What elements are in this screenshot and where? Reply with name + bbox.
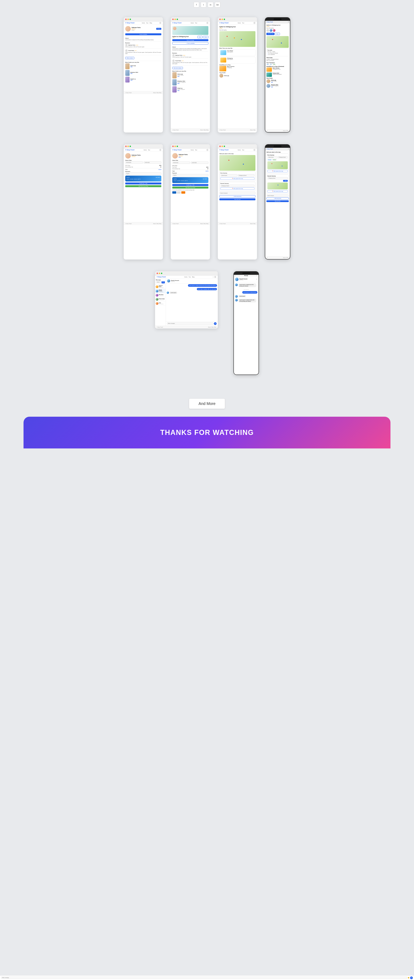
profile-name: Sabnam Faria: [132, 27, 140, 28]
card-brand-row: PayPal $3,748.57: [126, 177, 160, 178]
user-avatar-sm-7[interactable]: [214, 276, 216, 278]
date-from-2[interactable]: 09-09-2021: [172, 162, 190, 164]
nav-bar-2: ✈ Easy-Travel Home Tour: [171, 22, 210, 24]
mobile-add-place-1[interactable]: 📍 Add a place from map: [268, 170, 288, 172]
nav-home-2[interactable]: Home: [191, 22, 194, 24]
check-availability-btn[interactable]: Check Availability: [125, 33, 161, 35]
mobile-from-2[interactable]: Chittagong Airport: [268, 177, 288, 179]
add-plan-btn[interactable]: Add This for your Plan: [125, 185, 161, 187]
instagram-icon[interactable]: in: [208, 2, 213, 8]
search-transport-field[interactable]: Search transport: [219, 192, 255, 194]
mobile-join-btn[interactable]: Join this Tour: [266, 33, 274, 35]
nav-home-6[interactable]: Home: [238, 150, 241, 151]
nav-tours[interactable]: Tour: [146, 22, 148, 24]
message-desktop-screen: ✈ Easy-Travel Home Tour Blog ▾ Message: [155, 271, 218, 328]
user-avatar-sm-5[interactable]: [206, 149, 209, 151]
send-message-btn[interactable]: Send a message: [172, 39, 209, 41]
nav-home[interactable]: Home: [142, 22, 145, 24]
and-more-button[interactable]: And More: [189, 398, 225, 409]
nav-tours-3[interactable]: Tour: [242, 22, 244, 24]
mobile-to-1[interactable]: Chittagong Airport: [278, 156, 288, 158]
add-place-btn-2[interactable]: 📍 Add a place from map: [220, 188, 255, 190]
add-journey-btn[interactable]: + Add new journey: [219, 195, 255, 197]
user-avatar-sm-6[interactable]: [253, 149, 255, 151]
write-review-btn[interactable]: Write a review: [125, 57, 134, 59]
contact-avatar-2: [156, 290, 158, 293]
credit-card-display: PayPal $3,748.57 4403 3049 2000 3875: [125, 176, 161, 181]
nav-blog[interactable]: Blog: [150, 22, 152, 24]
booking-desktop-screen: ✈ Easy-Travel Home Tour Sabnam Faria ★★★…: [124, 144, 163, 259]
add-place-btn-1[interactable]: 📍 Add a place from map: [220, 177, 255, 180]
user-avatar-sm-4[interactable]: [159, 149, 161, 151]
more-options[interactable]: ⋮: [256, 275, 257, 276]
mobile-search-transport[interactable]: Search transport: [266, 195, 289, 197]
nav-home-3[interactable]: Home: [238, 22, 241, 24]
transport-fly[interactable]: Fly: [270, 64, 272, 65]
search-contacts-input[interactable]: Search: [156, 281, 161, 283]
behance-icon[interactable]: be: [215, 2, 220, 8]
mobile-chat-options[interactable]: ⋮: [256, 278, 257, 280]
nav-blog-7[interactable]: Blog: [192, 276, 194, 278]
nav-tours-7[interactable]: Tour: [189, 276, 191, 278]
check-availability-btn-2[interactable]: ✓ Check availability: [172, 42, 209, 45]
nav-tours-6[interactable]: Tour: [242, 150, 244, 151]
follow-button[interactable]: Follow: [156, 28, 161, 30]
twitter-icon[interactable]: t: [201, 2, 206, 8]
mobile-guide-name-1: Selena gig: [271, 80, 277, 81]
back-arrow[interactable]: ←: [235, 275, 236, 276]
mobile-add-place-2[interactable]: 📍 Add a place from map: [268, 190, 288, 192]
confirm-pay-btn-2[interactable]: Confirm pay - 30%: [172, 184, 209, 186]
add-plan-btn-2[interactable]: Add This for your Plan: [172, 186, 209, 189]
nav-home-5[interactable]: Home: [191, 150, 194, 151]
new-msg-btn[interactable]: New: [161, 281, 165, 283]
reviews-title-2: Reviews: [172, 52, 209, 54]
see-more-reviews-btn[interactable]: See more reviews: [172, 67, 183, 69]
contact-1[interactable]: Shoiib Al Hasan Lorem ipsum...: [155, 285, 166, 289]
send-button[interactable]: ➤: [214, 322, 217, 325]
msg-row-2: Don't reply to updates after your plan d…: [167, 288, 217, 291]
user-avatar-sm[interactable]: [159, 22, 161, 24]
date-to-2[interactable]: 10-09-2021: [191, 162, 209, 164]
confirm-pay-btn[interactable]: Confirm pay - 30%: [125, 183, 161, 185]
transport-cns[interactable]: CNS: [273, 64, 276, 65]
nav-home-7[interactable]: Home: [184, 276, 187, 278]
nav-home-4[interactable]: Home: [144, 150, 147, 151]
mobile-add-btn-2[interactable]: + Add: [283, 180, 288, 182]
forward-tag[interactable]: Forward: [268, 159, 272, 161]
nav-tours-5[interactable]: Tour: [195, 150, 197, 151]
save-next-btn[interactable]: Save and next: [219, 198, 255, 200]
user-avatar-sm-3[interactable]: [253, 22, 255, 24]
guide-avatar-hero: [173, 27, 177, 30]
select-date-title: Select Date: [125, 160, 161, 161]
payment-method-select[interactable]: PayPal: [172, 174, 209, 177]
mobile-menu-2[interactable]: ☰: [288, 148, 289, 150]
nav-tours-4[interactable]: Tour: [148, 150, 150, 151]
contact-2-active[interactable]: Raquib Hossain Lorem ipsum...: [155, 289, 166, 293]
maximize-dot: [130, 19, 131, 20]
save-btn[interactable]: Save: [197, 36, 202, 38]
date-to-field[interactable]: 10-09-2021: [144, 161, 161, 164]
message-input[interactable]: Write a message...: [167, 323, 213, 325]
mobile-from-1[interactable]: Sylhet Airport: [268, 156, 277, 158]
contact-5[interactable]: Smal Lorem ipsum...: [155, 301, 166, 305]
mobile-add-journey-btn[interactable]: + Add new journey: [266, 197, 289, 199]
date-from-field[interactable]: 09-09-2021: [125, 161, 143, 164]
mobile-save-btn[interactable]: Save: [275, 33, 280, 35]
contact-3[interactable]: Mike Ethan Lorem ipsum...: [155, 293, 166, 298]
nav-tours-2[interactable]: Tour: [195, 22, 197, 24]
payment-method-field[interactable]: PayPal: [125, 172, 161, 175]
phone-notch-1: [265, 18, 290, 21]
share-btn[interactable]: Share: [203, 36, 209, 38]
airplane-tag[interactable]: Airplane: [272, 159, 277, 161]
from-field-2[interactable]: Chittagong Airport: [220, 185, 255, 187]
contact-4[interactable]: Rowan Gregg Lorem ipsum...: [155, 298, 166, 301]
transport-bus[interactable]: Bus: [266, 64, 269, 65]
user-avatar-sm-2[interactable]: [206, 22, 209, 24]
from-field-1[interactable]: Sylhet Airport: [220, 174, 237, 177]
mobile-map-marker-1: [271, 163, 272, 164]
mobile-save-btn[interactable]: Save and next: [266, 200, 289, 202]
facebook-icon[interactable]: f: [194, 2, 199, 8]
mobile-menu-1[interactable]: ☰: [288, 21, 289, 22]
mc-icon: [177, 191, 181, 194]
to-field-1[interactable]: Chittagong Airport: [238, 174, 255, 177]
